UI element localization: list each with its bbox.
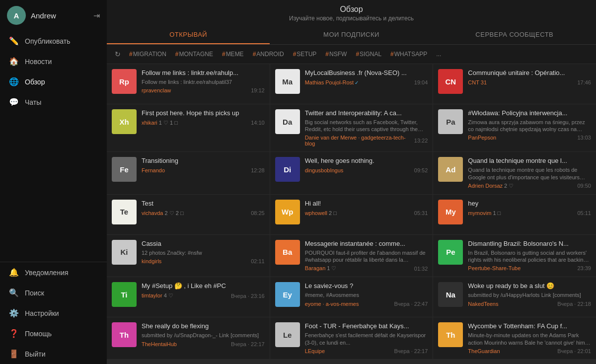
feed-time: 17:46 <box>577 79 591 85</box>
channel-tag-nsfw[interactable]: #NSFW <box>322 49 350 59</box>
logout-icon: 🚪 <box>9 349 19 359</box>
feed-thumb: Ma <box>275 69 300 94</box>
feed-item-4[interactable]: Xh First post here. Hope this picks up x… <box>107 104 270 151</box>
channel-tag-montagne[interactable]: #MONTAGNE <box>172 49 217 59</box>
overview-icon: 🌐 <box>9 77 19 86</box>
nav-label: Поиск <box>25 289 44 297</box>
feed-item-7[interactable]: Fe Transitioning Fernando 12:28 <box>107 152 270 194</box>
feed-author: kindgirls <box>142 258 161 264</box>
feed-desc: In Brazil, Bolsonaro is gutting social a… <box>468 249 591 264</box>
feed-item-21[interactable]: Th Wycombe v Tottenham: FA Cup f... Minu… <box>433 317 596 359</box>
feed-title: Communiqué unitaire : Opératio... <box>468 69 591 77</box>
feed-meta: eyome · a-vos-memes Вчера · 22:47 <box>305 301 428 307</box>
nav-label: Настройки <box>25 309 59 317</box>
feed-author: CNT 31 <box>468 79 487 85</box>
feed-item-16[interactable]: Ti My #Setup 🤔 , i Like eh #PC timtaylor… <box>107 277 270 317</box>
feed-title: She really do be flexing <box>142 322 265 331</box>
channel-tag-...[interactable]: ... <box>433 49 445 59</box>
feed-item-6[interactable]: Pa #Włodawa: Policyjna interwencja... Zi… <box>433 104 596 151</box>
feed-time: Вчера · 22:01 <box>557 348 591 354</box>
tab-subscriptions[interactable]: МОИ ПОДПИСКИ <box>270 26 433 44</box>
feed-meta: TheGuardian Вчера · 22:01 <box>468 348 591 354</box>
channel-tag-setup[interactable]: #SETUP <box>290 49 320 59</box>
feed-content: She really do be flexing submitted by /u… <box>142 322 265 354</box>
feed-stats: 1 ♡ 1 □ <box>159 120 178 126</box>
feed-meta: timtaylor 4 ♡ Вчера · 23:16 <box>142 292 265 299</box>
feed-content: First post here. Hope this picks up xhik… <box>142 109 265 146</box>
feed-item-14[interactable]: Ba Messagerie instantanée : comme... POU… <box>270 235 433 277</box>
logout-icon[interactable]: ⇥ <box>93 11 100 20</box>
feed-author: PanPepson <box>468 135 496 141</box>
feed-desc: POURQUOI faut-il profiter de l'abandon m… <box>305 249 428 264</box>
sidebar-item-chats[interactable]: 💬Чаты <box>0 92 107 112</box>
feed-author: dingusbobIngus <box>305 167 344 173</box>
feed-time: 02:11 <box>251 258 265 264</box>
feed-item-8[interactable]: Di Well, here goes nothing. dingusbobIng… <box>270 152 433 194</box>
nav-label: Выйти <box>25 350 45 358</box>
feed-author: LEquipe <box>305 348 325 354</box>
feed-content: Wycombe v Tottenham: FA Cup f... Minute-… <box>468 322 591 354</box>
feed-item-5[interactable]: Da Twitter and Interoperability: A ca...… <box>270 104 433 151</box>
sidebar-item-publish[interactable]: ✏️Опубликовать <box>0 31 107 51</box>
sidebar: A Andrew ⇥ ✏️Опубликовать🏠Новости🌐Обзор💬… <box>0 0 107 364</box>
sidebar-item-help[interactable]: ❓Помощь <box>0 323 107 344</box>
sidebar-item-notifications[interactable]: 🔔Уведомления <box>0 262 107 283</box>
channel-tag-whatsapp[interactable]: #WHATSAPP <box>387 49 431 59</box>
refresh-button[interactable]: ↻ <box>112 49 124 60</box>
feed-thumb: CN <box>438 69 463 94</box>
feed-item-9[interactable]: Ad Quand la technique montre que l... Qu… <box>433 152 596 194</box>
feed-thumb: Na <box>438 282 463 307</box>
feed-content: Hi all! wphowell 2 □ 05:31 <box>305 200 428 229</box>
feed-meta: xhikari 1 ♡ 1 □ 14:10 <box>142 120 265 126</box>
sidebar-item-search[interactable]: 🔍Поиск <box>0 283 107 303</box>
feed-desc: 12 photos Značky: #nsfw <box>142 249 265 256</box>
channel-tag-signal[interactable]: #SIGNAL <box>352 49 385 59</box>
channel-tag-android[interactable]: #ANDROID <box>249 49 288 59</box>
feed-item-12[interactable]: My hey mymovim 1 □ 05:11 <box>433 195 596 234</box>
feed-time: Вчера · 22:18 <box>557 301 591 307</box>
feed-time: Вчера · 22:17 <box>394 348 428 354</box>
feed-author: Fernando <box>142 167 165 173</box>
feed-content: Foot - TUR - Fenerbahçe bat Kays... Fene… <box>305 322 428 354</box>
feed-thumb: Xh <box>112 109 137 134</box>
feed-item-2[interactable]: Ma MyLocalBusiness .fr (Nova-SEO) ... Ma… <box>270 64 433 104</box>
feed-content: My #Setup 🤔 , i Like eh #PC timtaylor 4 … <box>142 282 265 312</box>
feed-item-18[interactable]: Na Woke up ready to be a slut 😊 submitte… <box>433 277 596 317</box>
feed-author: mymovim 1 □ <box>468 210 501 216</box>
feed-meta: rpravenclaw 19:12 <box>142 87 265 93</box>
feed-time: 12:28 <box>251 167 265 173</box>
feed-meta: Peertube-Share-Tube 23:39 <box>468 265 591 271</box>
feed-author: TheGuardian <box>468 348 500 354</box>
feed-meta: Adrien Dorsaz 2 ♡ 09:50 <box>468 183 591 189</box>
feed-author: Adrien Dorsaz 2 ♡ <box>468 183 514 189</box>
feed-item-10[interactable]: Te Test vichavda 2 ♡ 2 □ 08:25 <box>107 195 270 234</box>
feed-stats: 2 □ <box>329 210 337 216</box>
feed-title: Twitter and Interoperability: A ca... <box>305 109 428 118</box>
feed-item-17[interactable]: Ey Le saviez-vous ? #meme, #Avosmemes ey… <box>270 277 433 317</box>
feed-title: My #Setup 🤔 , i Like eh #PC <box>142 282 265 291</box>
sidebar-item-overview[interactable]: 🌐Обзор <box>0 72 107 92</box>
feed-author: Peertube-Share-Tube <box>468 265 521 271</box>
feed-item-13[interactable]: Ki Cassia 12 photos Značky: #nsfw kindgi… <box>107 235 270 277</box>
feed-content: Woke up ready to be a slut 😊 submitted b… <box>468 282 591 312</box>
sidebar-item-news[interactable]: 🏠Новости <box>0 51 107 72</box>
feed-title: hey <box>468 200 591 208</box>
feed-item-3[interactable]: CN Communiqué unitaire : Opératio... CNT… <box>433 64 596 104</box>
feed-item-15[interactable]: Pe Dismantling Brazil: Bolsonaro's N... … <box>433 235 596 277</box>
sidebar-item-logout[interactable]: 🚪Выйти <box>0 344 107 364</box>
tab-open[interactable]: ОТКРЫВАЙ <box>107 26 270 44</box>
search-icon: 🔍 <box>9 288 19 297</box>
feed-thumb: Wp <box>275 200 300 224</box>
channel-tag-migration[interactable]: #MIGRATION <box>126 49 170 59</box>
tab-communities[interactable]: СЕРВЕРА СООБЩЕСТВ <box>433 26 596 44</box>
feed-thumb: Pe <box>438 240 463 265</box>
feed-thumb: Ti <box>112 282 137 307</box>
feed-item-11[interactable]: Wp Hi all! wphowell 2 □ 05:31 <box>270 195 433 234</box>
sidebar-item-settings[interactable]: ⚙️Настройки <box>0 303 107 323</box>
feed-desc: submitted by /u/SnapDragon-_- Link [comm… <box>142 332 265 339</box>
feed-item-20[interactable]: Le Foot - TUR - Fenerbahçe bat Kays... F… <box>270 317 433 359</box>
channel-tag-meme[interactable]: #MEME <box>219 49 247 59</box>
feed-item-1[interactable]: Rp Follow me links : linktr.ee/rahulp...… <box>107 64 270 104</box>
feed-thumb: Ki <box>112 240 137 265</box>
feed-item-19[interactable]: Th She really do be flexing submitted by… <box>107 317 270 359</box>
